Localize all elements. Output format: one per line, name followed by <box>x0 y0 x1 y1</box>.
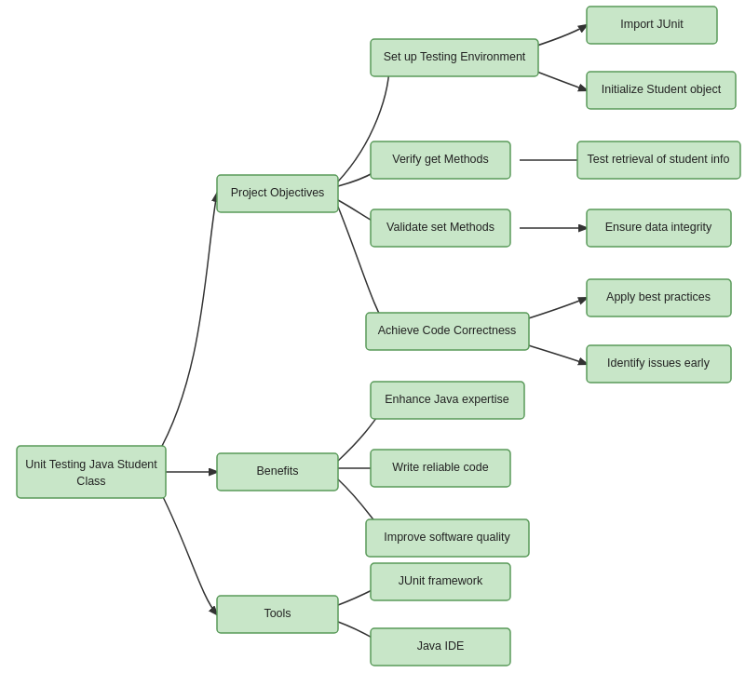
root-label: Unit Testing Java Student <box>25 458 157 471</box>
improve-software-label: Improve software quality <box>384 531 510 544</box>
achieve-code-label: Achieve Code Correctness <box>378 324 517 337</box>
mindmap-svg: Unit Testing Java Student Class Project … <box>0 0 745 700</box>
root-label2: Class <box>76 475 105 488</box>
verify-get-label: Verify get Methods <box>392 153 489 166</box>
enhance-java-label: Enhance Java expertise <box>385 393 508 406</box>
identify-issues-label: Identify issues early <box>607 357 711 370</box>
apply-best-label: Apply best practices <box>606 290 711 303</box>
tools-label: Tools <box>264 607 291 620</box>
test-retrieval-label: Test retrieval of student info <box>588 153 730 166</box>
setup-testing-label: Set up Testing Environment <box>384 50 526 63</box>
import-junit-label: Import JUnit <box>620 18 684 31</box>
write-reliable-label: Write reliable code <box>392 461 488 474</box>
project-objectives-label: Project Objectives <box>231 186 325 199</box>
java-ide-label: Java IDE <box>417 639 465 653</box>
root-node <box>17 446 166 498</box>
benefits-label: Benefits <box>256 464 298 478</box>
validate-set-label: Validate set Methods <box>386 221 494 234</box>
init-student-label: Initialize Student object <box>602 83 722 96</box>
ensure-data-label: Ensure data integrity <box>605 221 712 234</box>
junit-framework-label: JUnit framework <box>399 574 483 587</box>
